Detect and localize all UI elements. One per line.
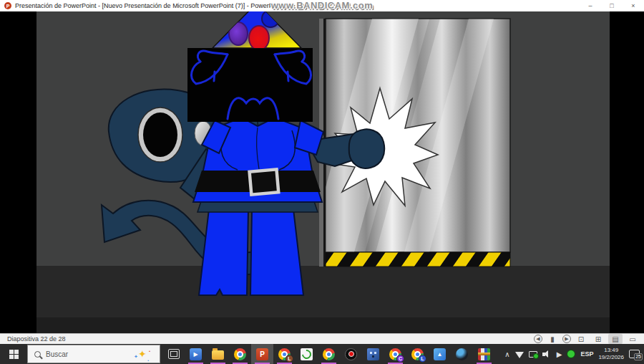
volume-icon[interactable]	[542, 350, 552, 358]
winrar-icon[interactable]	[473, 344, 495, 364]
security-status-icon[interactable]	[529, 351, 537, 358]
chrome-profile-l2-icon-glyph: L	[411, 348, 424, 360]
annotation-pen-icon[interactable]: ▮	[545, 334, 560, 344]
window-controls: – □ ×	[580, 0, 644, 11]
clock[interactable]: 13:49 19/2/2026	[598, 347, 624, 361]
bandicam-icon-glyph	[345, 348, 357, 360]
wifi-icon[interactable]	[515, 352, 524, 358]
chrome-profile-l2-icon[interactable]: L	[406, 344, 429, 364]
file-explorer-icon-glyph	[212, 350, 224, 360]
see-all-slides-icon[interactable]: ⊡	[574, 334, 588, 344]
previous-slide-icon[interactable]: ◀	[534, 335, 542, 343]
chrome-profile-c-icon-badge: C	[396, 355, 404, 363]
task-view-icon[interactable]	[162, 344, 185, 364]
notes-icon[interactable]: ▤	[608, 334, 623, 344]
file-explorer-icon[interactable]	[207, 344, 229, 364]
slide-artwork	[0, 11, 644, 333]
sphere-app-icon[interactable]	[451, 344, 473, 364]
powerpoint-icon[interactable]: P	[251, 344, 273, 364]
play-indicator-icon[interactable]: ▶	[557, 350, 562, 358]
chrome-icon-2[interactable]	[318, 344, 340, 364]
zoom-grid-icon[interactable]: ⊞	[591, 334, 605, 344]
chrome-profile-l-icon[interactable]: L	[273, 344, 296, 364]
slide-indicator: Diapositiva 22 de 28	[7, 335, 66, 343]
photos-icon[interactable]: ▲	[429, 344, 451, 364]
start-button[interactable]	[0, 344, 27, 364]
tray-date: 19/2/2026	[598, 354, 624, 361]
search-highlights-icon[interactable]: ✦✦••	[135, 348, 150, 361]
search-placeholder: Buscar	[46, 350, 68, 358]
minimize-button[interactable]: –	[580, 0, 601, 11]
pivot-animator-icon[interactable]	[296, 344, 318, 364]
chrome-icon[interactable]	[229, 344, 251, 364]
language-indicator[interactable]: ESP	[580, 350, 593, 358]
chrome-icon-glyph	[234, 348, 246, 360]
notification-count-badge: 25	[634, 353, 643, 360]
chrome-profile-c-icon[interactable]: C	[384, 344, 406, 364]
search-input[interactable]: Buscar ✦✦••	[27, 345, 160, 363]
taskbar-app-icons: ▶PLCL▲	[162, 344, 495, 364]
windows-logo-icon	[9, 350, 19, 359]
presentation-slide[interactable]	[0, 11, 644, 333]
chrome-profile-l-icon-badge: L	[286, 355, 293, 363]
sphere-app-icon-glyph	[456, 348, 468, 360]
search-icon	[34, 351, 41, 358]
game-app-icon[interactable]	[362, 344, 384, 364]
restore-button[interactable]: □	[601, 0, 623, 11]
bandicam-recording-icon[interactable]	[567, 350, 575, 358]
photos-icon-glyph: ▲	[434, 348, 446, 360]
chrome-profile-l2-icon-badge: L	[419, 355, 426, 363]
bandicam-watermark: www.BANDICAM.com	[271, 0, 374, 11]
windows-taskbar: Buscar ✦✦•• ▶PLCL▲ ∧ ▶ ESP 13:49 19/2/20…	[0, 344, 644, 364]
game-app-icon-glyph	[367, 348, 379, 360]
powerpoint-statusbar: Diapositiva 22 de 28 ◀▮▶⊡⊞▤▭	[0, 333, 644, 344]
movies-tv-icon[interactable]: ▶	[185, 344, 207, 364]
next-slide-icon[interactable]: ▶	[562, 335, 571, 343]
powerpoint-icon-glyph: P	[256, 348, 268, 360]
notification-center-icon[interactable]: 25	[629, 350, 640, 358]
chrome-profile-c-icon-glyph: C	[389, 348, 401, 360]
tray-chevron-icon[interactable]: ∧	[504, 350, 509, 358]
monitor-icon[interactable]: ▭	[625, 334, 640, 344]
slideshow-toolbar: ◀▮▶⊡⊞▤▭	[534, 334, 640, 344]
pivot-animator-icon-glyph	[301, 348, 313, 360]
chrome-profile-l-icon-glyph: L	[278, 348, 291, 360]
powerpoint-app-icon: P	[4, 2, 11, 9]
tray-time: 13:49	[598, 347, 624, 354]
task-view-icon-glyph	[168, 349, 180, 359]
window-title: Presentación de PowerPoint - [Nuevo Pres…	[15, 2, 283, 9]
movies-tv-icon-glyph: ▶	[190, 348, 202, 360]
chrome-icon-2-glyph	[323, 348, 335, 360]
system-tray: ∧ ▶ ESP 13:49 19/2/2026 25	[504, 347, 644, 361]
bandicam-icon[interactable]	[340, 344, 362, 364]
close-button[interactable]: ×	[623, 0, 644, 11]
winrar-icon-glyph	[478, 348, 490, 360]
